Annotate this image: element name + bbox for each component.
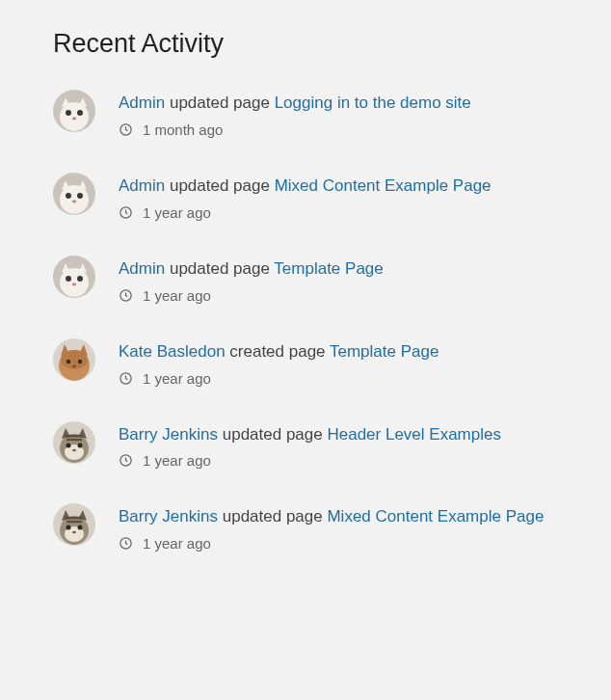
clock-icon [119, 288, 133, 303]
activity-text: Admin updated page Mixed Content Example… [119, 173, 558, 201]
activity-time: 1 month ago [143, 121, 223, 138]
activity-meta: 1 year ago [119, 535, 558, 552]
clock-icon [119, 122, 133, 137]
activity-time: 1 year ago [143, 287, 211, 304]
user-link[interactable]: Admin [119, 176, 165, 195]
page-link[interactable]: Mixed Content Example Page [327, 507, 544, 525]
activity-body: Kate Basledon created page Template Page… [119, 338, 558, 387]
activity-action: updated page [170, 176, 270, 195]
activity-body: Barry Jenkins updated page Header Level … [119, 421, 558, 470]
activity-meta: 1 year ago [119, 287, 558, 304]
activity-item: Admin updated page Logging in to the dem… [53, 90, 558, 138]
activity-item: Admin updated page Mixed Content Example… [53, 173, 558, 221]
user-link[interactable]: Kate Basledon [119, 342, 226, 361]
activity-text: Kate Basledon created page Template Page [119, 338, 558, 366]
clock-icon [119, 205, 133, 220]
activity-item: Kate Basledon created page Template Page… [53, 338, 558, 387]
avatar[interactable] [53, 256, 95, 298]
page-title: Recent Activity [53, 29, 558, 59]
avatar[interactable] [53, 90, 95, 132]
activity-time: 1 year ago [143, 452, 211, 469]
page-link[interactable]: Header Level Examples [327, 425, 500, 444]
user-link[interactable]: Admin [119, 94, 165, 112]
clock-icon [119, 371, 133, 386]
activity-body: Admin updated page Template Page1 year a… [119, 256, 558, 304]
avatar[interactable] [53, 173, 95, 215]
clock-icon [119, 536, 133, 551]
page-link[interactable]: Template Page [274, 259, 383, 278]
page-link[interactable]: Template Page [330, 342, 438, 361]
page-link[interactable]: Logging in to the demo site [275, 94, 471, 112]
activity-action: created page [229, 342, 325, 361]
avatar[interactable] [53, 503, 95, 546]
activity-body: Admin updated page Logging in to the dem… [119, 90, 558, 138]
activity-item: Barry Jenkins updated page Header Level … [53, 421, 558, 470]
activity-text: Barry Jenkins updated page Mixed Content… [119, 503, 558, 531]
page-link[interactable]: Mixed Content Example Page [275, 176, 491, 195]
avatar[interactable] [53, 421, 95, 464]
avatar[interactable] [53, 338, 95, 381]
activity-action: updated page [170, 259, 270, 278]
activity-text: Admin updated page Template Page [119, 256, 558, 283]
activity-body: Admin updated page Mixed Content Example… [119, 173, 558, 221]
activity-meta: 1 month ago [119, 121, 558, 138]
activity-meta: 1 year ago [119, 370, 558, 387]
activity-time: 1 year ago [143, 204, 211, 221]
activity-action: updated page [223, 507, 323, 525]
activity-text: Barry Jenkins updated page Header Level … [119, 421, 558, 449]
activity-list: Admin updated page Logging in to the dem… [53, 90, 558, 552]
clock-icon [119, 453, 133, 468]
user-link[interactable]: Admin [119, 259, 165, 278]
activity-item: Barry Jenkins updated page Mixed Content… [53, 503, 558, 552]
activity-action: updated page [223, 425, 323, 444]
activity-meta: 1 year ago [119, 204, 558, 221]
activity-body: Barry Jenkins updated page Mixed Content… [119, 503, 558, 552]
activity-action: updated page [170, 94, 270, 112]
activity-text: Admin updated page Logging in to the dem… [119, 90, 558, 118]
activity-item: Admin updated page Template Page1 year a… [53, 256, 558, 304]
user-link[interactable]: Barry Jenkins [119, 425, 218, 444]
activity-time: 1 year ago [143, 535, 211, 552]
activity-meta: 1 year ago [119, 452, 558, 469]
activity-time: 1 year ago [143, 370, 211, 387]
user-link[interactable]: Barry Jenkins [119, 507, 218, 525]
